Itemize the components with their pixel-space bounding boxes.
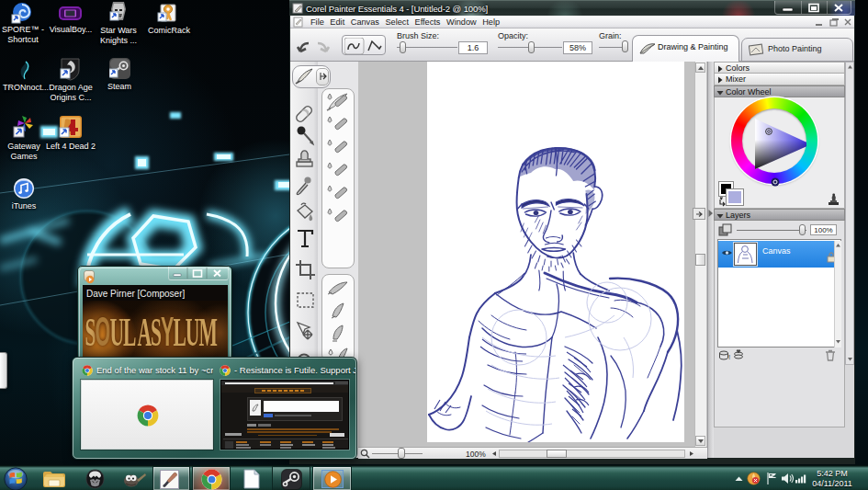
svg-text:!: !: [728, 353, 730, 361]
